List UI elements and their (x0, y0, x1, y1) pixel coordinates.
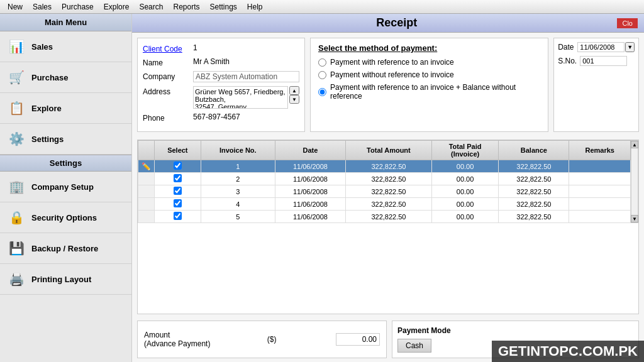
sidebar-item-sales[interactable]: 📊 Sales (0, 31, 131, 62)
sidebar: Main Menu 📊 Sales 🛒 Purchase 📋 Explore ⚙… (0, 14, 132, 362)
menu-explore[interactable]: Explore (99, 1, 135, 13)
payment-radio-1[interactable] (318, 58, 326, 67)
amount-input[interactable] (336, 333, 380, 346)
company-row: Company (143, 71, 299, 82)
paid-cell: 00.00 (431, 198, 498, 211)
form-section: Client Code 1 Name Mr A Smith Company Ad… (132, 33, 644, 137)
amount-currency: ($) (267, 335, 277, 344)
select-cell[interactable] (155, 211, 201, 223)
sidebar-item-purchase[interactable]: 🛒 Purchase (0, 62, 131, 93)
name-row: Name Mr A Smith (143, 57, 299, 67)
table-row[interactable]: 2 11/06/2008 322,822.50 00.00 322,822.50 (138, 173, 631, 185)
row-checkbox-2[interactable] (174, 174, 182, 182)
col-header-paid: Total Paid(Invoice) (431, 141, 498, 160)
remarks-cell (569, 160, 631, 173)
settings-icon: ⚙️ (6, 129, 26, 149)
remarks-cell (569, 185, 631, 198)
amount-label: Amount(Advance Payment) (144, 331, 210, 348)
scrollbar-track (631, 148, 638, 215)
menu-help[interactable]: Help (242, 1, 268, 13)
row-checkbox-5[interactable] (174, 212, 182, 220)
address-scroll-up[interactable]: ▲ (289, 86, 299, 95)
row-checkbox-4[interactable] (174, 199, 182, 207)
col-header-balance: Balance (499, 141, 569, 160)
balance-cell: 322,822.50 (499, 173, 569, 185)
table-row[interactable]: ✏️ 1 11/06/2008 322,822.50 00.00 322,822… (138, 160, 631, 173)
menu-reports[interactable]: Reports (168, 1, 204, 13)
payment-radio-3[interactable] (318, 88, 326, 96)
watermark: GETINTOPC.COM.PK (492, 341, 644, 362)
client-code-label[interactable]: Client Code (143, 43, 193, 53)
receipt-title: Receipt (176, 16, 617, 30)
select-cell[interactable] (155, 173, 201, 185)
sidebar-item-printing-layout[interactable]: 🖨️ Printing Layout (0, 264, 131, 295)
menu-sales[interactable]: Sales (28, 1, 57, 13)
client-code-row: Client Code 1 (143, 43, 299, 53)
menu-search[interactable]: Search (134, 1, 168, 13)
invoice-no-cell: 5 (201, 211, 275, 223)
date-label: Date (558, 43, 577, 52)
explore-icon: 📋 (6, 98, 26, 118)
receipt-header: Receipt Clo (132, 14, 644, 33)
sidebar-item-settings[interactable]: ⚙️ Settings (0, 124, 131, 155)
select-cell[interactable] (155, 198, 201, 211)
menu-new[interactable]: New (3, 1, 28, 13)
total-cell: 322,822.50 (346, 185, 432, 198)
sidebar-item-security-options[interactable]: 🔒 Security Options (0, 202, 131, 233)
address-textarea[interactable]: Grüner Weg 5657, Friedberg, Butzbach, 32… (193, 86, 288, 109)
pencil-cell (138, 211, 155, 223)
col-header-total: Total Amount (346, 141, 432, 160)
sidebar-security-label: Security Options (31, 213, 97, 222)
col-header-invoice: Invoice No. (201, 141, 275, 160)
payment-radio-2[interactable] (318, 71, 326, 79)
company-input[interactable] (193, 71, 299, 82)
row-checkbox-1[interactable] (174, 162, 182, 170)
balance-cell: 322,822.50 (499, 185, 569, 198)
select-cell[interactable] (155, 160, 201, 173)
table-row[interactable]: 5 11/06/2008 322,822.50 00.00 322,822.50 (138, 211, 631, 223)
date-cell: 11/06/2008 (275, 173, 345, 185)
table-row[interactable]: 4 11/06/2008 322,822.50 00.00 322,822.50 (138, 198, 631, 211)
cash-button[interactable]: Cash (397, 339, 431, 353)
paid-cell: 00.00 (431, 160, 498, 173)
menu-purchase[interactable]: Purchase (57, 1, 99, 13)
address-scroll-down[interactable]: ▼ (289, 95, 299, 104)
calendar-button[interactable]: ▼ (625, 42, 635, 52)
receipt-panel: Receipt Clo Client Code 1 Name Mr A Smit… (132, 14, 644, 362)
invoice-no-cell: 3 (201, 185, 275, 198)
phone-row: Phone 567-897-4567 (143, 112, 299, 123)
payment-option-1[interactable]: Payment with reference to an invoice (318, 58, 540, 67)
edit-icon: ✏️ (142, 162, 151, 171)
sno-label: S.No. (558, 57, 580, 65)
balance-cell: 322,822.50 (499, 211, 569, 223)
content-area: Receipt Clo Client Code 1 Name Mr A Smit… (132, 14, 644, 362)
sidebar-settings-title: Settings (0, 155, 131, 172)
total-cell: 322,822.50 (346, 173, 432, 185)
sidebar-item-company-setup[interactable]: 🏢 Company Setup (0, 172, 131, 202)
sno-input[interactable] (580, 56, 627, 66)
scrollbar-down-button[interactable]: ▼ (631, 215, 638, 222)
date-input[interactable] (577, 42, 625, 52)
company-setup-icon: 🏢 (6, 177, 26, 197)
sidebar-item-backup-restore[interactable]: 💾 Backup / Restore (0, 233, 131, 264)
payment-option-3-label: Payment with reference to an invoice + B… (330, 83, 540, 101)
backup-icon: 💾 (6, 238, 26, 258)
col-header-select: Select (155, 141, 201, 160)
paid-cell: 00.00 (431, 185, 498, 198)
menu-settings[interactable]: Settings (205, 1, 242, 13)
table-row[interactable]: 3 11/06/2008 322,822.50 00.00 322,822.50 (138, 185, 631, 198)
sidebar-item-explore[interactable]: 📋 Explore (0, 93, 131, 124)
payment-option-3[interactable]: Payment with reference to an invoice + B… (318, 83, 540, 101)
sidebar-explore-label: Explore (31, 104, 62, 113)
close-button[interactable]: Clo (617, 18, 638, 28)
printing-icon: 🖨️ (6, 269, 26, 289)
row-checkbox-3[interactable] (174, 187, 182, 195)
payment-option-2[interactable]: Payment without reference to invoice (318, 70, 540, 79)
invoice-no-cell: 4 (201, 198, 275, 211)
select-cell[interactable] (155, 185, 201, 198)
payment-mode-title: Payment Mode (397, 326, 633, 335)
total-cell: 322,822.50 (346, 211, 432, 223)
address-row: Address Grüner Weg 5657, Friedberg, Butz… (143, 86, 299, 109)
scrollbar-up-button[interactable]: ▲ (631, 141, 638, 148)
phone-value: 567-897-4567 (193, 112, 299, 121)
